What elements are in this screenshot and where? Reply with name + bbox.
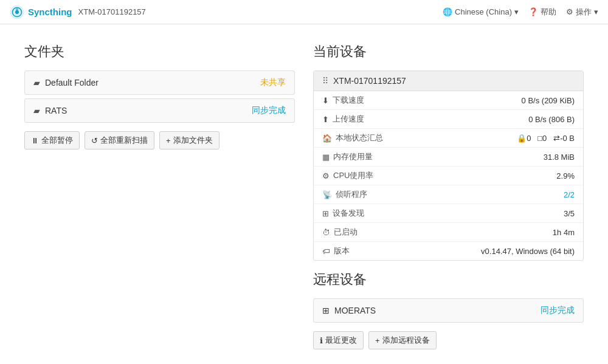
rescan-all-label: 全部重新扫描 — [100, 135, 148, 146]
chevron-down-icon-actions: ▾ — [594, 7, 598, 16]
remote-device-list: ⊞ MOERATS 同步完成 — [313, 298, 584, 323]
cpu-label: CPU使用率 — [333, 170, 373, 181]
main-container: 文件夹 ▰ Default Folder 未共享 ▰ RATS 同步完成 ⏸ 全 — [0, 24, 608, 364]
folder-status-default: 未共享 — [260, 77, 286, 88]
home-icon: 🏠 — [322, 134, 332, 143]
remote-action-buttons: ℹ 最近更改 + 添加远程设备 — [313, 331, 584, 349]
cpu-value: 2.9% — [556, 171, 575, 180]
version-value: v0.14.47, Windows (64 bit) — [481, 247, 575, 256]
remote-device-title: 远程设备 — [313, 270, 584, 289]
question-icon: ❓ — [528, 7, 538, 16]
device-grid-icon: ⠿ — [322, 76, 328, 86]
pause-all-label: 全部暂停 — [41, 135, 73, 146]
remote-device-moerats[interactable]: ⊞ MOERATS 同步完成 — [313, 298, 584, 323]
language-label: Chinese (China) — [455, 7, 512, 16]
listener-label: 侦听程序 — [336, 189, 367, 200]
current-device-body: ⬇ 下载速度 0 B/s (209 KiB) ⬆ 上传速度 0 B/s (806… — [314, 91, 583, 260]
add-remote-label: 添加远程设备 — [382, 335, 430, 346]
uptime-label: 已启动 — [334, 227, 358, 238]
navbar: Syncthing XTM-01701192157 🌐 Chinese (Chi… — [0, 0, 608, 24]
stat-discovery: ⊞ 设备发现 3/5 — [314, 204, 583, 223]
stat-local-state: 🏠 本地状态汇总 🔒0 □0 ⇄-0 B — [314, 129, 583, 148]
brand[interactable]: Syncthing — [10, 5, 72, 19]
add-remote-device-button[interactable]: + 添加远程设备 — [368, 331, 437, 349]
local-state-value: 🔒0 □0 ⇄-0 B — [517, 134, 575, 143]
current-device-name: XTM-01701192157 — [333, 76, 406, 86]
brand-name: Syncthing — [28, 7, 72, 17]
info-icon: ℹ — [320, 336, 323, 345]
current-device-header: ⠿ XTM-01701192157 — [314, 71, 583, 91]
stat-upload: ⬆ 上传速度 0 B/s (806 B) — [314, 110, 583, 129]
actions-button[interactable]: ⚙ 操作 ▾ — [566, 7, 598, 18]
actions-label: 操作 — [576, 7, 592, 18]
folder-empty-icon: □ — [537, 134, 542, 143]
discovery-label: 设备发现 — [333, 208, 364, 219]
rescan-all-button[interactable]: ↺ 全部重新扫描 — [85, 131, 154, 149]
upload-label: 上传速度 — [333, 114, 364, 125]
current-device-title: 当前设备 — [313, 43, 584, 61]
globe-icon: 🌐 — [443, 7, 452, 16]
recent-changes-label: 最近更改 — [325, 335, 357, 346]
folder-icon-default: ▰ — [33, 78, 40, 88]
stat-uptime: ⏱ 已启动 1h 4m — [314, 223, 583, 242]
discovery-icon: ⊞ — [322, 209, 329, 218]
current-device-card: ⠿ XTM-01701192157 ⬇ 下载速度 0 B/s (209 KiB)… — [313, 70, 584, 261]
navbar-device-id: XTM-01701192157 — [78, 7, 146, 16]
help-button[interactable]: ❓ 帮助 — [528, 7, 556, 18]
folder-action-buttons: ⏸ 全部暂停 ↺ 全部重新扫描 + 添加文件夹 — [24, 131, 295, 149]
navbar-right: 🌐 Chinese (China) ▾ ❓ 帮助 ⚙ 操作 ▾ — [443, 7, 598, 18]
stat-download: ⬇ 下载速度 0 B/s (209 KiB) — [314, 91, 583, 110]
sync-icon: ⇄ — [553, 134, 560, 143]
remote-device-icon: ⊞ — [322, 306, 330, 315]
add-remote-icon: + — [375, 336, 380, 345]
add-folder-icon: + — [166, 136, 171, 145]
right-panel: 当前设备 ⠿ XTM-01701192157 ⬇ 下载速度 0 B/s (209… — [313, 43, 584, 349]
uptime-value: 1h 4m — [553, 228, 575, 237]
download-label: 下载速度 — [333, 95, 364, 106]
stat-memory: ▦ 内存使用量 31.8 MiB — [314, 148, 583, 167]
version-icon: 🏷 — [322, 247, 330, 256]
folders-title: 文件夹 — [24, 43, 295, 61]
memory-icon: ▦ — [322, 153, 330, 162]
folder-item-default[interactable]: ▰ Default Folder 未共享 — [24, 70, 295, 95]
gear-icon: ⚙ — [566, 7, 573, 16]
folder-name-rats: RATS — [45, 106, 67, 115]
folder-name-default: Default Folder — [45, 78, 98, 88]
rescan-icon: ↺ — [91, 136, 98, 145]
language-selector[interactable]: 🌐 Chinese (China) ▾ — [443, 7, 519, 16]
listener-icon: 📡 — [322, 190, 332, 199]
discovery-value: 3/5 — [564, 209, 575, 218]
add-folder-label: 添加文件夹 — [173, 135, 213, 146]
memory-label: 内存使用量 — [333, 151, 373, 162]
help-label: 帮助 — [541, 7, 556, 18]
upload-value: 0 B/s (806 B) — [528, 115, 575, 124]
download-value: 0 B/s (209 KiB) — [522, 96, 575, 105]
pause-icon: ⏸ — [31, 136, 39, 145]
memory-value: 31.8 MiB — [544, 153, 575, 162]
folder-list: ▰ Default Folder 未共享 ▰ RATS 同步完成 — [24, 70, 295, 123]
add-folder-button[interactable]: + 添加文件夹 — [159, 131, 219, 149]
navbar-left: Syncthing XTM-01701192157 — [10, 5, 146, 19]
uptime-icon: ⏱ — [322, 228, 330, 237]
version-label: 版本 — [334, 246, 350, 256]
download-icon: ⬇ — [322, 96, 329, 105]
chevron-down-icon: ▾ — [514, 7, 519, 16]
listener-value: 2/2 — [564, 190, 575, 199]
folder-icon-rats: ▰ — [33, 106, 40, 115]
upload-icon: ⬆ — [322, 115, 329, 124]
recent-changes-button[interactable]: ℹ 最近更改 — [313, 331, 364, 349]
stat-version: 🏷 版本 v0.14.47, Windows (64 bit) — [314, 242, 583, 260]
folder-status-rats: 同步完成 — [252, 105, 286, 116]
cpu-icon: ⚙ — [322, 171, 330, 180]
lock-icon: 🔒 — [517, 134, 527, 143]
left-panel: 文件夹 ▰ Default Folder 未共享 ▰ RATS 同步完成 ⏸ 全 — [24, 43, 295, 349]
remote-device-status: 同步完成 — [541, 305, 575, 316]
local-state-label: 本地状态汇总 — [336, 132, 383, 143]
brand-logo-icon — [10, 5, 24, 19]
remote-device-name: MOERATS — [334, 306, 376, 315]
pause-all-button[interactable]: ⏸ 全部暂停 — [24, 131, 80, 149]
stat-cpu: ⚙ CPU使用率 2.9% — [314, 167, 583, 185]
stat-listeners: 📡 侦听程序 2/2 — [314, 185, 583, 204]
folder-item-rats[interactable]: ▰ RATS 同步完成 — [24, 98, 295, 123]
